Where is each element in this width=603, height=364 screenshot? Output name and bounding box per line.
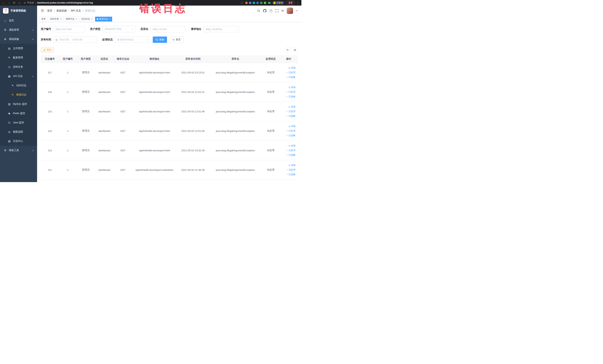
column-header-4: 请求方法名	[114, 55, 132, 63]
action-detail-link[interactable]: ◎详细	[289, 125, 295, 128]
extension-icon[interactable]	[253, 2, 255, 4]
sidebar-item-api-log[interactable]: ▦ API 日志 ∧	[0, 71, 37, 81]
sidebar-item-error-log[interactable]: ✎ 错误日志	[0, 90, 37, 99]
close-tab-icon[interactable]: ×	[76, 18, 77, 20]
fullscreen-icon[interactable]	[276, 9, 278, 12]
cell-log-id: 116	[41, 82, 59, 102]
sidebar-item-job[interactable]: ◷ 定时任务	[0, 62, 37, 71]
sidebar-item-access-log[interactable]: ✎ 访问日志	[0, 81, 37, 90]
chevron-icon: ∧	[32, 38, 34, 40]
action-ignored-link[interactable]: ✓已忽略	[286, 173, 295, 176]
sidebar-item-system[interactable]: ⚙ 系统管理 ∨	[0, 25, 37, 35]
breadcrumb-home[interactable]: 首页	[47, 9, 52, 12]
help-icon[interactable]: ?	[269, 9, 272, 12]
table-toolbar: 导出 ↻ ⊞	[41, 47, 298, 53]
extension-icon[interactable]	[245, 2, 248, 4]
action-ignored-link[interactable]: ✓已忽略	[286, 95, 295, 98]
process-status-select[interactable]: 请选择处理状态 ∨	[115, 36, 150, 43]
tab-job[interactable]: 定时任务 ×	[48, 17, 63, 22]
column-settings-button[interactable]: ⊞	[292, 47, 298, 53]
extension-icon[interactable]	[264, 2, 266, 4]
extension-on-badge[interactable]: on	[268, 2, 271, 4]
action-ignored-link[interactable]: ✓已忽略	[286, 153, 295, 157]
action-ignored-link[interactable]: ✓已忽略	[286, 114, 295, 118]
java-icon: ⊡	[8, 121, 11, 124]
action-ignored-link[interactable]: ✓已忽略	[286, 134, 295, 137]
action-processed-link[interactable]: ✓已处理	[286, 129, 295, 133]
sidebar-item-log-center[interactable]: ▧ 日志中心	[0, 137, 37, 146]
filter-row-2: 异常时间 ▦ 开始日期 - 结束日期 处理状态 请选择处理状态 ∨	[41, 36, 298, 43]
mysql-icon: ▥	[8, 103, 11, 106]
sidebar-item-config[interactable]: ✎ 配置管理	[0, 53, 37, 62]
avatar-caret-icon[interactable]: ▼	[296, 10, 298, 12]
action-processed-link[interactable]: ✓已处理	[286, 168, 295, 172]
action-detail-link[interactable]: ◎详细	[289, 164, 295, 167]
close-tab-icon[interactable]: ×	[91, 18, 93, 20]
not-secure-label: 不安全	[27, 1, 34, 4]
cell-exception-time: 2021-05-03 12:02:31	[177, 82, 209, 102]
action-detail-link[interactable]: ◎详细	[289, 105, 295, 108]
action-processed-link[interactable]: ✓已处理	[286, 71, 295, 74]
browser-refresh-icon[interactable]: ↻	[13, 1, 16, 4]
github-icon[interactable]	[263, 9, 266, 12]
browser-forward-icon[interactable]: →	[7, 1, 11, 4]
action-processed-link[interactable]: ✓已处理	[286, 149, 295, 152]
export-button[interactable]: 导出	[41, 47, 54, 53]
extension-icon[interactable]	[256, 2, 259, 4]
font-size-icon[interactable]: TT	[281, 9, 284, 12]
search-icon[interactable]	[257, 9, 260, 12]
table-row: 115 1 管理员 dashboard GET /api/infra/db-do…	[41, 102, 298, 121]
config-icon: ✎	[8, 56, 11, 59]
refresh-table-button[interactable]: ↻	[285, 47, 290, 53]
sidebar-item-trace[interactable]: ◎ 链路追踪	[0, 127, 37, 137]
sidebar-item-redis[interactable]: ◆ Redis 监控	[0, 109, 37, 118]
browser-menu-kebab-icon[interactable]: ⋮	[297, 1, 299, 4]
action-detail-link[interactable]: ◎详细	[289, 86, 295, 89]
action-processed-link[interactable]: ✓已处理	[286, 90, 295, 94]
request-url-input[interactable]	[203, 26, 239, 32]
close-tab-icon[interactable]: ×	[109, 18, 110, 20]
cell-app-name: dashboard	[95, 82, 114, 102]
action-processed-link[interactable]: ✓已处理	[286, 110, 295, 113]
user-avatar[interactable]	[287, 8, 293, 14]
sidebar-item-java[interactable]: ⊡ Java 监控	[0, 118, 37, 127]
hamburger-icon[interactable]: ☰	[41, 9, 44, 13]
check-icon: ✓	[286, 114, 288, 118]
action-ignored-link[interactable]: ✓已忽略	[286, 75, 295, 79]
paused-badge[interactable]: 已暂停	[272, 1, 285, 5]
row-actions: ◎详细✓已处理✓已忽略	[280, 86, 297, 98]
update-button[interactable]: 更新	[286, 1, 295, 5]
action-detail-link[interactable]: ◎详细	[289, 144, 295, 147]
close-tab-icon[interactable]: ×	[60, 18, 61, 20]
check-icon: ✓	[286, 149, 288, 152]
exception-time-label: 异常时间	[41, 38, 51, 41]
tab-error-log[interactable]: 错误日志 ×	[95, 17, 112, 22]
row-actions: ◎详细✓已处理✓已忽略	[280, 125, 297, 137]
extension-icon[interactable]	[249, 2, 251, 4]
exception-time-range-picker[interactable]: ▦ 开始日期 - 结束日期	[53, 36, 97, 43]
extension-icon[interactable]	[260, 2, 263, 4]
sidebar-item-mysql[interactable]: ▥ MySQL 监控	[0, 99, 37, 109]
sidebar-item-file[interactable]: ▤ 文件管理	[0, 44, 37, 53]
action-detail-link[interactable]: ◎详细	[289, 66, 295, 70]
app-logo-row[interactable]: 芋道管理系统	[0, 6, 37, 16]
browser-home-icon[interactable]: ⌂	[18, 1, 21, 4]
app-name-input[interactable]	[150, 26, 186, 32]
breadcrumb-api-log[interactable]: API 日志	[71, 9, 81, 12]
reset-button[interactable]: ↻ 重置	[170, 36, 184, 43]
search-button[interactable]: 搜索	[153, 36, 167, 43]
tab-home[interactable]: 首页	[40, 17, 47, 22]
tab-access-log[interactable]: 访问日志 ×	[80, 17, 94, 22]
user-id-input[interactable]	[53, 26, 85, 32]
bookmark-star-icon[interactable]: ☆	[240, 1, 244, 4]
address-bar[interactable]: ⚠ 不安全 | dashboard.yudao.iocoder.cn/infra…	[24, 1, 93, 4]
user-type-select[interactable]: 请选择用户类型 ∨	[102, 26, 135, 32]
process-status-label: 处理状态	[102, 38, 113, 41]
browser-back-icon[interactable]: ←	[2, 1, 5, 4]
sidebar-item-home[interactable]: ⌂ 首页	[0, 16, 37, 25]
breadcrumb-infra[interactable]: 基础设施	[56, 9, 67, 12]
sidebar: 芋道管理系统 ⌂ 首页 ⚙ 系统管理 ∨ ⊞ 基础设施 ∧ ▤ 文件管理	[0, 6, 37, 182]
sidebar-item-infra[interactable]: ⊞ 基础设施 ∧	[0, 35, 37, 44]
sidebar-item-devtools[interactable]: ⚒ 研发工具 ∨	[0, 146, 37, 155]
tab-job-log[interactable]: 调度日志 ×	[64, 17, 79, 22]
